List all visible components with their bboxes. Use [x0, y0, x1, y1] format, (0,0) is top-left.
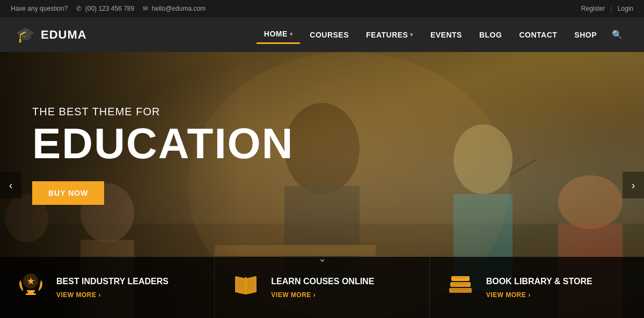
hero-section: THE BEST THEME FOR EDUCATION BUY NOW ‹ ›…: [0, 52, 644, 318]
card-courses-link[interactable]: VIEW MORE ›: [271, 291, 374, 299]
svg-rect-17: [28, 292, 34, 293]
svg-rect-28: [449, 288, 472, 293]
logo-text: EDUMA: [41, 28, 87, 42]
header: 🎓 EDUMA HOME ▾ COURSES FEATURES ▾ EVENTS…: [0, 17, 644, 52]
card-library[interactable]: BOOK LIBRARY & STORE VIEW MORE ›: [430, 257, 644, 318]
nav-item-events[interactable]: EVENTS: [423, 26, 470, 43]
nav-item-home[interactable]: HOME ▾: [257, 25, 301, 44]
svg-rect-18: [26, 293, 36, 295]
bottom-cards: ★ BEST INDUSTRY LEADERS: [0, 257, 644, 318]
award-icon: ★: [16, 270, 46, 305]
home-chevron: ▾: [290, 31, 293, 37]
svg-rect-29: [455, 277, 466, 278]
hero-subtitle: THE BEST THEME FOR: [32, 106, 294, 118]
nav-item-shop[interactable]: SHOP: [567, 26, 604, 43]
logo[interactable]: 🎓 EDUMA: [16, 26, 87, 43]
scroll-indicator: ⌄: [318, 253, 326, 264]
card-courses-text: LEARN COUSES ONLINE VIEW MORE ›: [271, 276, 374, 298]
svg-rect-19: [245, 277, 247, 294]
svg-rect-26: [451, 276, 470, 281]
features-chevron: ▾: [410, 32, 413, 38]
email-icon: [143, 5, 148, 12]
login-link[interactable]: Login: [618, 5, 633, 12]
nav-item-courses[interactable]: COURSES: [302, 26, 356, 43]
card-library-text: BOOK LIBRARY & STORE VIEW MORE ›: [486, 276, 592, 298]
question-label: Have any question?: [11, 5, 68, 12]
top-bar-right: Register | Login: [581, 5, 633, 12]
card-courses[interactable]: LEARN COUSES ONLINE VIEW MORE ›: [215, 257, 429, 318]
phone-number: (00) 123 456 789: [85, 5, 134, 12]
card-industry-link[interactable]: VIEW MORE ›: [56, 291, 169, 299]
nav-item-features[interactable]: FEATURES ▾: [358, 26, 421, 43]
svg-rect-16: [27, 290, 35, 292]
phone-icon: [76, 5, 82, 12]
card-library-link[interactable]: VIEW MORE ›: [486, 291, 592, 299]
graduation-cap-icon: 🎓: [16, 26, 35, 43]
hero-content: THE BEST THEME FOR EDUCATION BUY NOW: [32, 106, 294, 205]
card-industry-text: BEST INDUSTRY LEADERS VIEW MORE ›: [56, 276, 169, 298]
card-industry[interactable]: ★ BEST INDUSTRY LEADERS: [0, 257, 215, 318]
nav-item-blog[interactable]: BLOG: [472, 26, 509, 43]
divider: |: [611, 5, 612, 12]
hero-title: EDUCATION: [32, 122, 294, 165]
main-nav: HOME ▾ COURSES FEATURES ▾ EVENTS BLOG CO…: [257, 25, 628, 44]
top-bar: Have any question? (00) 123 456 789 hell…: [0, 0, 644, 17]
nav-item-contact[interactable]: CONTACT: [511, 26, 565, 43]
svg-rect-31: [452, 289, 469, 290]
phone-info: (00) 123 456 789: [76, 5, 134, 12]
svg-text:★: ★: [27, 277, 35, 286]
buy-now-button[interactable]: BUY NOW: [32, 181, 104, 205]
email-address: hello@eduma.com: [152, 5, 206, 12]
svg-point-9: [558, 175, 623, 229]
next-arrow[interactable]: ›: [623, 172, 644, 198]
svg-rect-30: [453, 283, 467, 284]
email-info: hello@eduma.com: [143, 5, 206, 12]
top-bar-left: Have any question? (00) 123 456 789 hell…: [11, 5, 206, 12]
book-icon: [231, 272, 260, 304]
svg-rect-27: [450, 282, 471, 287]
search-icon[interactable]: 🔍: [606, 25, 628, 44]
prev-arrow[interactable]: ‹: [0, 172, 21, 198]
library-icon: [446, 272, 475, 304]
register-link[interactable]: Register: [581, 5, 605, 12]
